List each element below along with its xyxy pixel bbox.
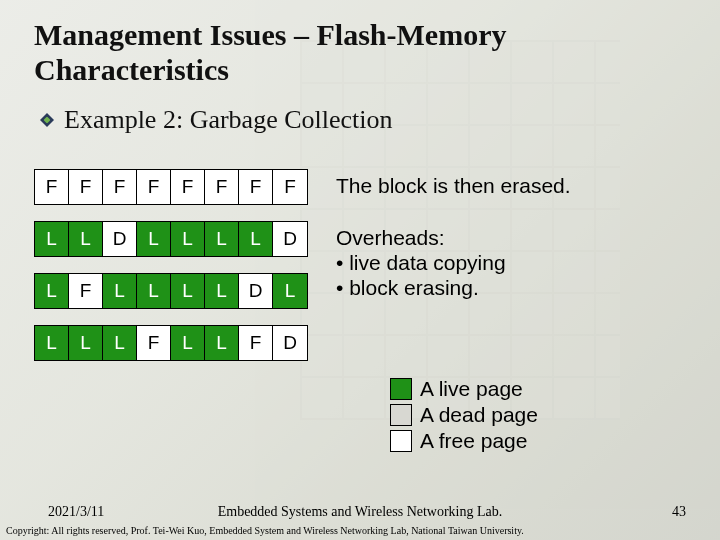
block-row: LLDLLLLDLFLLLLDLOverheads:• live data co… — [34, 221, 686, 309]
legend-item: A dead page — [390, 403, 686, 427]
memory-page-cell: F — [35, 170, 69, 204]
memory-page-cell: L — [35, 222, 69, 256]
memory-page-cell: F — [137, 170, 171, 204]
legend-item: A live page — [390, 377, 686, 401]
legend-label: A live page — [420, 377, 523, 401]
memory-block: FFFFFFFF — [34, 169, 308, 205]
block-row: LLLFLLFD — [34, 325, 686, 361]
memory-page-cell: F — [69, 274, 103, 308]
diamond-bullet-icon — [40, 113, 54, 127]
memory-page-cell: L — [171, 326, 205, 360]
content-area: FFFFFFFFThe block is then erased.LLDLLLL… — [34, 169, 686, 453]
memory-page-cell: L — [137, 274, 171, 308]
memory-page-cell: D — [239, 274, 273, 308]
memory-page-cell: F — [171, 170, 205, 204]
memory-block: LLLFLLFD — [34, 325, 308, 361]
page-title: Management Issues – Flash-Memory Charact… — [34, 18, 686, 87]
memory-page-cell: F — [137, 326, 171, 360]
memory-page-cell: D — [273, 326, 307, 360]
memory-page-cell: L — [171, 274, 205, 308]
subtitle: Example 2: Garbage Collection — [64, 105, 393, 135]
memory-page-cell: F — [103, 170, 137, 204]
memory-page-cell: F — [205, 170, 239, 204]
legend-swatch-dead — [390, 404, 412, 426]
memory-page-cell: L — [35, 274, 69, 308]
memory-page-cell: L — [35, 326, 69, 360]
block-row: FFFFFFFFThe block is then erased. — [34, 169, 686, 205]
legend: A live pageA dead pageA free page — [390, 377, 686, 453]
memory-page-cell: L — [273, 274, 307, 308]
memory-page-cell: L — [205, 326, 239, 360]
memory-block: LFLLLLDL — [34, 273, 308, 309]
memory-page-cell: D — [273, 222, 307, 256]
slide: Management Issues – Flash-Memory Charact… — [0, 0, 720, 540]
memory-block: LLDLLLLD — [34, 221, 308, 257]
legend-item: A free page — [390, 429, 686, 453]
memory-page-cell: L — [103, 274, 137, 308]
legend-label: A dead page — [420, 403, 538, 427]
memory-page-cell: L — [171, 222, 205, 256]
memory-page-cell: F — [273, 170, 307, 204]
legend-swatch-live — [390, 378, 412, 400]
memory-page-cell: D — [103, 222, 137, 256]
memory-page-cell: F — [239, 326, 273, 360]
memory-page-cell: L — [69, 222, 103, 256]
row-annotation: Overheads:• live data copying• block era… — [336, 221, 506, 301]
memory-page-cell: F — [69, 170, 103, 204]
subtitle-row: Example 2: Garbage Collection — [34, 105, 686, 135]
row-annotation: The block is then erased. — [336, 169, 571, 198]
legend-swatch-free — [390, 430, 412, 452]
legend-label: A free page — [420, 429, 527, 453]
memory-page-cell: L — [103, 326, 137, 360]
memory-page-cell: L — [205, 274, 239, 308]
memory-page-cell: L — [137, 222, 171, 256]
memory-page-cell: F — [239, 170, 273, 204]
memory-page-cell: L — [205, 222, 239, 256]
memory-page-cell: L — [239, 222, 273, 256]
memory-page-cell: L — [69, 326, 103, 360]
